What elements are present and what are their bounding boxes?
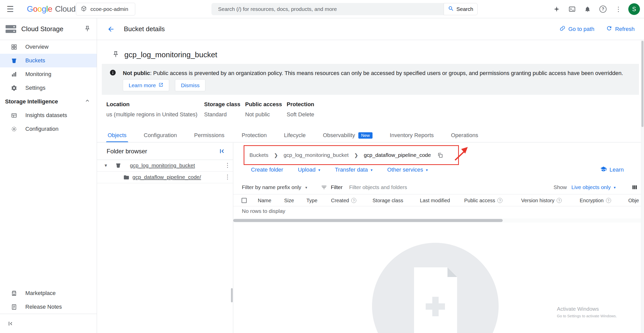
expander-icon[interactable]: ▾ [105, 162, 107, 168]
document-icon [10, 304, 18, 310]
horizontal-scrollbar-thumb[interactable] [233, 219, 503, 222]
sidebar-item-marketplace[interactable]: Marketplace [0, 286, 97, 300]
upload-button[interactable]: Upload ▾ [298, 166, 320, 173]
avatar[interactable]: S [628, 3, 640, 15]
select-all-checkbox[interactable] [242, 198, 247, 203]
horizontal-scrollbar[interactable] [233, 218, 644, 223]
header-actions: Go to path Refresh [559, 25, 635, 33]
search-icon [448, 6, 454, 13]
help-icon[interactable]: ? [597, 4, 609, 15]
tab-permissions[interactable]: Permissions [185, 128, 233, 142]
copy-icon[interactable] [437, 152, 443, 158]
folder-browser-header: Folder browser [97, 143, 233, 160]
project-selector[interactable]: ccoe-poc-admin [76, 3, 135, 15]
bucket-icon [115, 162, 121, 170]
tree-link-folder[interactable]: gcp_dataflow_pipeline_code/ [132, 174, 201, 180]
external-link-icon [159, 82, 163, 88]
meta-label: Storage class [204, 101, 240, 108]
page-scrollbar-thumb[interactable] [641, 41, 643, 127]
tab-lifecycle[interactable]: Lifecycle [275, 128, 314, 142]
learn-more-button[interactable]: Learn more [123, 79, 169, 91]
tab-operations[interactable]: Operations [442, 128, 487, 142]
column-header-created[interactable]: Created? [331, 194, 356, 207]
learn-button[interactable]: Learn [600, 164, 624, 176]
dismiss-button[interactable]: Dismiss [175, 79, 205, 91]
column-header-public-access[interactable]: Public access? [464, 194, 502, 207]
column-label: Size [284, 198, 294, 204]
sidebar-item-monitoring[interactable]: Monitoring [0, 67, 97, 81]
transfer-data-button[interactable]: Transfer data ▾ [335, 166, 373, 173]
column-header-name[interactable]: Name [258, 194, 271, 207]
not-public-banner: Not public: Public access is prevented b… [102, 64, 639, 95]
filter-input[interactable] [349, 184, 554, 190]
go-to-path-button[interactable]: Go to path [559, 25, 594, 33]
tab-observability[interactable]: Observability New [314, 128, 381, 142]
search-button[interactable]: Search [444, 3, 478, 15]
sidebar-item-settings[interactable]: Settings [0, 81, 97, 95]
gemini-icon[interactable] [551, 4, 562, 15]
tab-configuration[interactable]: Configuration [135, 128, 186, 142]
pin-icon[interactable] [112, 51, 119, 59]
object-actions: Create folder Upload ▾ Transfer data ▾ O… [251, 164, 428, 176]
row-menu-icon[interactable]: ⋮ [225, 174, 230, 180]
tab-inventory-reports[interactable]: Inventory Reports [381, 128, 442, 142]
meta-label: Location [106, 101, 198, 108]
objects-table-header: Name Size Type Created? Storage class La… [233, 194, 644, 206]
column-header-type[interactable]: Type [306, 194, 317, 207]
folder-browser: Folder browser ▾ gcp_log_monitoring_buck… [97, 143, 233, 333]
logo-cloud-text: Cloud [55, 4, 75, 14]
folder-icon [123, 174, 129, 182]
help-icon[interactable]: ? [606, 198, 611, 203]
help-icon[interactable]: ? [497, 198, 502, 203]
logo-letter: o [33, 4, 37, 14]
collapse-sidebar-icon[interactable] [7, 320, 14, 327]
tree-link-bucket[interactable]: gcp_log_monitoring_bucket [130, 162, 195, 169]
filter-prefix-dropdown[interactable]: Filter by name prefix only ▾ [242, 184, 307, 190]
column-header-size[interactable]: Size [284, 194, 294, 207]
sidebar-section-storage-intelligence[interactable]: Storage Intelligence [0, 95, 97, 108]
search-input[interactable] [211, 3, 444, 15]
breadcrumb-item[interactable]: gcp_log_monitoring_bucket [284, 152, 349, 158]
collapse-panel-icon[interactable] [219, 148, 225, 155]
tab-objects[interactable]: Objects [99, 128, 135, 142]
cloud-shell-icon[interactable] [567, 4, 578, 15]
sidebar-item-configuration[interactable]: Configuration [0, 122, 97, 136]
notifications-icon[interactable] [582, 4, 593, 15]
more-options-icon[interactable]: ⋮ [613, 4, 624, 15]
create-folder-button[interactable]: Create folder [251, 166, 283, 173]
show-dropdown[interactable]: Live objects only ▾ [571, 184, 616, 190]
menu-icon[interactable]: ☰ [7, 4, 14, 14]
column-header-last-modified[interactable]: Last modified [420, 194, 450, 207]
action-label: Create folder [251, 166, 283, 173]
sidebar-item-label: Settings [25, 85, 46, 91]
sidebar-item-buckets[interactable]: Buckets [0, 54, 97, 67]
watermark-line2: Go to Settings to activate Windows. [557, 314, 617, 318]
tab-protection[interactable]: Protection [233, 128, 275, 142]
objects-content: Buckets ❯ gcp_log_monitoring_bucket ❯ gc… [233, 143, 644, 333]
logo-letter: e [48, 4, 52, 14]
sidebar-item-overview[interactable]: Overview [0, 40, 97, 54]
column-header-version-history[interactable]: Version history? [521, 194, 562, 207]
chevron-down-icon: ▾ [614, 186, 616, 189]
folder-browser-title: Folder browser [107, 148, 147, 155]
logo-letter: g [42, 4, 46, 14]
help-icon[interactable]: ? [351, 198, 356, 203]
sidebar-item-release-notes[interactable]: Release Notes [0, 300, 97, 314]
column-options-icon[interactable] [631, 184, 638, 191]
column-label: Obje [628, 198, 639, 204]
help-icon[interactable]: ? [557, 198, 562, 203]
row-menu-icon[interactable]: ⋮ [225, 162, 230, 169]
tab-label: Configuration [144, 132, 177, 139]
pin-icon[interactable] [84, 25, 91, 33]
breadcrumb-item[interactable]: Buckets [249, 152, 268, 158]
page-scrollbar[interactable] [641, 40, 644, 333]
column-header-storage-class[interactable]: Storage class [373, 194, 403, 207]
folder-panel-scrollbar[interactable] [231, 288, 233, 302]
refresh-button[interactable]: Refresh [606, 25, 635, 33]
other-services-button[interactable]: Other services ▾ [387, 166, 428, 173]
column-header-encryption[interactable]: Encryption? [580, 194, 611, 207]
sidebar-item-insights-datasets[interactable]: Insights datasets [0, 108, 97, 122]
column-header-object[interactable]: Obje [628, 194, 639, 207]
sidebar: Cloud Storage Overview Buckets Monitorin… [0, 18, 97, 333]
back-button[interactable] [107, 25, 115, 33]
